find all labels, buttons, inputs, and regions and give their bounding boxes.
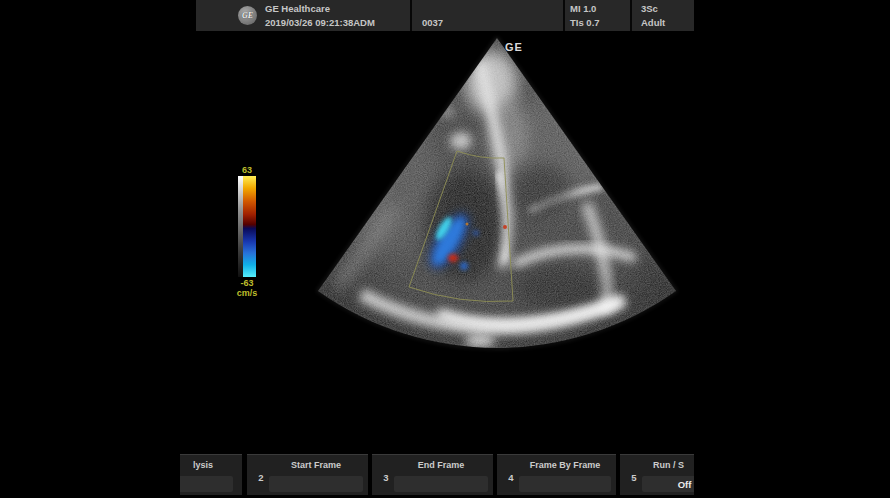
sector-anatomy — [180, 0, 694, 498]
orientation-marker-label: GE — [505, 41, 523, 53]
softkey-panel-start-frame[interactable]: 2 Start Frame — [247, 454, 368, 495]
softkey-label: End Frame — [394, 460, 488, 470]
softkey-number: 2 — [254, 472, 268, 483]
display-frame: GE GE Healthcare 2019/03/26 09:21:38ADM … — [180, 0, 694, 498]
softkey-panel-run-stop[interactable]: 5 Run / S Off — [620, 454, 694, 495]
softkey-label: lysis — [193, 460, 213, 470]
softkey-button-frame-by-frame[interactable] — [519, 476, 611, 492]
softkey-panel-analysis[interactable]: lysis — [180, 454, 242, 495]
softkey-panel-end-frame[interactable]: 3 End Frame — [372, 454, 493, 495]
softkey-button-start-frame[interactable] — [269, 476, 363, 492]
softkey-number: 5 — [627, 472, 641, 483]
softkey-button-run-stop[interactable]: Off — [642, 476, 694, 492]
softkey-number: 3 — [379, 472, 393, 483]
ultrasound-sector-image — [180, 0, 694, 498]
softkey-label: Start Frame — [269, 460, 363, 470]
softkey-label: Run / S — [642, 460, 694, 470]
softkey-button-analysis[interactable] — [180, 476, 233, 492]
softkey-panel-frame-by-frame[interactable]: 4 Frame By Frame — [497, 454, 616, 495]
softkey-number: 4 — [504, 472, 518, 483]
softkey-button-end-frame[interactable] — [394, 476, 488, 492]
doppler-red-patch — [448, 254, 458, 262]
softkey-label: Frame By Frame — [519, 460, 611, 470]
ultrasound-screen: { "header": { "logo": "GE", "brand": "GE… — [0, 0, 890, 498]
